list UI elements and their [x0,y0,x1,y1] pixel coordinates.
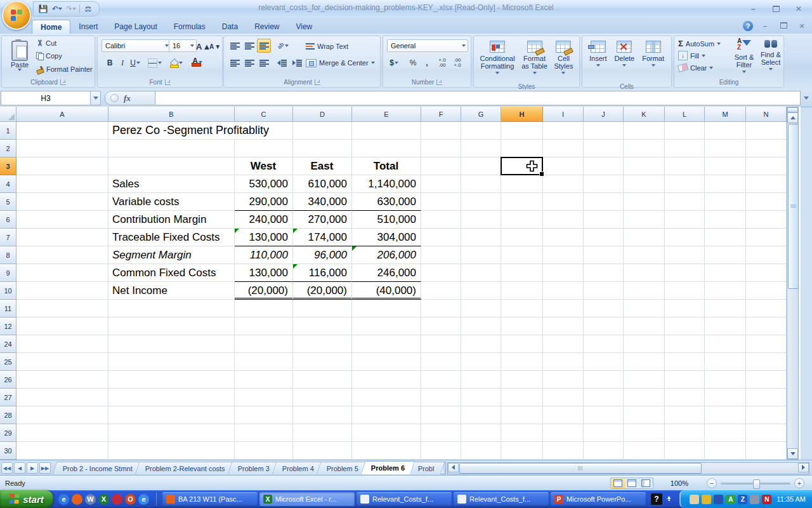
cell-F9[interactable] [421,264,461,282]
cell-L2[interactable] [665,140,705,157]
cell-C9[interactable]: 130,000 [235,264,293,282]
cell-B1[interactable]: Perez Co -Segment Profitablity [108,122,235,140]
comma-style-button[interactable]: , [420,56,434,70]
cell-K10[interactable] [624,282,665,300]
cell-H30[interactable] [501,442,543,460]
taskbar-button-excel[interactable]: XMicrosoft Excel - r... [259,492,355,506]
cell-E27[interactable] [352,389,421,406]
cell-I7[interactable] [543,229,584,246]
cell-L7[interactable] [665,229,705,246]
cell-G29[interactable] [461,424,501,442]
increase-decimal-button[interactable]: +.0 .00 [435,56,449,70]
sheet-tab-problem-2-relevant-costs[interactable]: Problem 2-Relevant costs [135,462,235,474]
restore-window-button[interactable] [768,4,784,13]
bottom-align-button[interactable] [257,39,271,53]
cell-A10[interactable] [16,282,108,300]
cell-E5[interactable]: 630,000 [352,193,421,211]
cell-D25[interactable] [293,353,352,371]
cell-G1[interactable] [461,122,501,140]
cell-N6[interactable] [746,211,787,229]
cell-N4[interactable] [746,175,787,193]
col-header-D[interactable]: D [293,107,352,122]
taskbar-button-firefox[interactable]: BA 213 W11 (Pasc... [162,492,258,506]
cell-D6[interactable]: 270,000 [293,211,352,229]
cell-N30[interactable] [746,442,787,460]
cell-N1[interactable] [746,122,787,140]
cell-B30[interactable] [108,442,235,460]
cell-G7[interactable] [461,229,501,246]
percent-style-button[interactable]: % [406,56,420,70]
cell-H9[interactable] [501,264,543,282]
hide-icons-chevron[interactable]: ▲• [666,496,672,502]
cell-K24[interactable] [624,335,665,353]
cell-E6[interactable]: 510,000 [352,211,421,229]
cell-H4[interactable] [501,175,543,193]
vertical-scrollbar[interactable] [787,107,799,460]
cell-A8[interactable] [16,246,108,264]
tab-page-layout[interactable]: Page Layout [106,20,165,34]
cell-A2[interactable] [16,140,108,157]
cell-L8[interactable] [665,246,705,264]
cell-A26[interactable] [16,371,108,389]
cell-A1[interactable] [16,122,108,140]
paste-dropdown-arrow[interactable] [18,69,22,71]
scroll-up-button[interactable] [787,112,798,123]
cell-K29[interactable] [624,424,665,442]
row-header-1[interactable]: 1 [0,122,16,140]
cell-C11[interactable] [235,300,293,318]
cell-E24[interactable] [352,335,421,353]
cell-B8[interactable]: Segment Margin [108,246,235,264]
taskbar-button-powerpoint[interactable]: PMicrosoft PowerPo... [551,492,646,506]
cell-N5[interactable] [746,193,787,211]
cell-I9[interactable] [543,264,584,282]
cell-H12[interactable] [501,318,543,335]
find-select-button[interactable]: Find & Select [757,34,785,81]
cell-L10[interactable] [665,282,705,300]
close-workbook-button[interactable]: ✕ [796,22,808,30]
cell-J10[interactable] [584,282,624,300]
cell-J7[interactable] [584,229,624,246]
fill-button[interactable]: ↓ Fill [678,50,705,61]
underline-button[interactable]: U [128,56,142,70]
last-sheet-button[interactable]: ▶▶ [39,462,51,474]
cell-N8[interactable] [746,246,787,264]
cell-I5[interactable] [543,193,584,211]
cell-C24[interactable] [235,335,293,353]
cell-A6[interactable] [16,211,108,229]
cell-N28[interactable] [746,406,787,424]
cell-D7[interactable]: 174,000 [293,229,352,246]
cell-I28[interactable] [543,406,584,424]
col-header-K[interactable]: K [624,107,665,122]
cell-D1[interactable] [293,122,352,140]
horizontal-scroll-thumb[interactable] [459,463,702,474]
col-header-L[interactable]: L [665,107,705,122]
cell-K2[interactable] [624,140,665,157]
cell-N9[interactable] [746,264,787,282]
col-header-A[interactable]: A [16,107,108,122]
align-center-button[interactable] [242,56,256,70]
align-right-button[interactable] [257,56,271,70]
taskbar-button-document[interactable]: Relevant_Costs_f... [357,492,452,506]
cell-I4[interactable] [543,175,584,193]
taskbar-button-document[interactable]: Relevant_Costs_f... [454,492,549,506]
cell-I24[interactable] [543,335,584,353]
copy-button[interactable]: Copy [36,50,62,62]
cell-C26[interactable] [235,371,293,389]
minimize-workbook-button[interactable]: – [759,22,771,30]
cell-L29[interactable] [665,424,705,442]
cell-N27[interactable] [746,389,787,406]
cell-B3[interactable] [108,157,235,175]
cell-G25[interactable] [461,353,501,371]
cell-H10[interactable] [501,282,543,300]
cell-C28[interactable] [235,406,293,424]
cell-C10[interactable]: (20,000) [235,282,293,300]
cell-N10[interactable] [746,282,787,300]
formula-input[interactable] [155,91,801,105]
firefox-icon[interactable] [72,494,82,505]
cell-M24[interactable] [705,335,746,353]
row-header-10[interactable]: 10 [0,282,16,300]
cell-M26[interactable] [705,371,746,389]
cell-F29[interactable] [421,424,461,442]
cell-D26[interactable] [293,371,352,389]
cell-C29[interactable] [235,424,293,442]
